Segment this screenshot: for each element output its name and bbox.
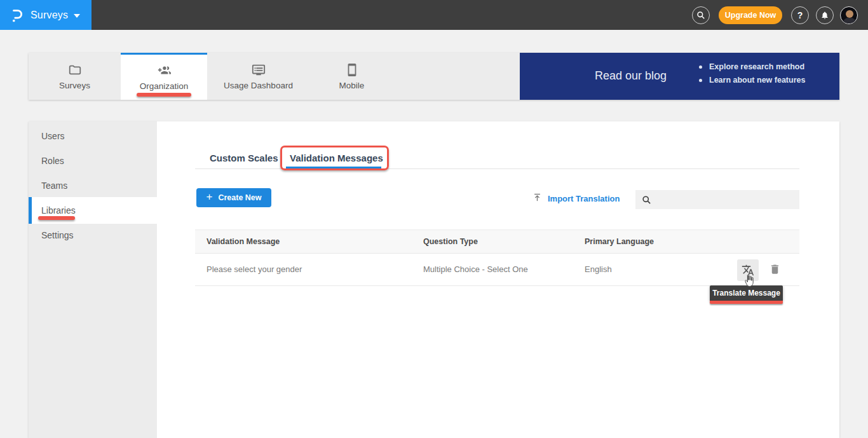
blog-bullet-item: Explore research method (699, 60, 805, 74)
sidebar-item-label: Users (41, 131, 65, 141)
tab-validation-messages[interactable]: Validation Messages (290, 153, 383, 163)
main-content-card: Users Roles Teams Libraries Settings Cus… (29, 121, 839, 438)
blog-promo-panel[interactable]: Read our blog Explore research method Le… (520, 53, 839, 100)
product-name: Surveys (31, 10, 68, 21)
folder-icon (68, 63, 82, 77)
tab-custom-scales[interactable]: Custom Scales (210, 153, 278, 163)
annotation-underline-tooltip (710, 301, 783, 304)
avatar-face (846, 10, 853, 18)
group-add-icon (156, 64, 172, 78)
sidebar-item-roles[interactable]: Roles (29, 148, 157, 173)
questionpro-logo-icon (10, 7, 24, 24)
top-bar: Surveys Upgrade Now ? (0, 0, 868, 30)
nav-tab-label: Mobile (339, 81, 365, 90)
user-avatar[interactable] (840, 6, 858, 24)
dashboard-icon (252, 63, 266, 77)
nav-tab-label: Organization (140, 81, 189, 91)
nav-tab-surveys[interactable]: Surveys (29, 53, 121, 100)
question-mark-icon: ? (797, 10, 803, 20)
settings-sidebar: Users Roles Teams Libraries Settings (29, 121, 157, 438)
sidebar-item-users[interactable]: Users (29, 123, 157, 148)
sidebar-item-label: Teams (41, 181, 67, 191)
translate-message-tooltip: Translate Message (710, 285, 783, 301)
column-header-question-type: Question Type (423, 237, 478, 246)
blog-panel-title: Read our blog (595, 69, 667, 83)
nav-tab-usage-dashboard[interactable]: Usage Dashboard (207, 53, 309, 100)
column-header-validation-message: Validation Message (207, 237, 280, 246)
help-button[interactable]: ? (791, 6, 809, 24)
sidebar-item-teams[interactable]: Teams (29, 173, 157, 198)
create-new-label: Create New (218, 193, 261, 202)
blog-bullet-item: Learn about new features (699, 74, 805, 87)
tabs-divider (195, 168, 799, 169)
plus-icon: + (206, 191, 212, 203)
validation-message-link[interactable]: Please select your gender (207, 264, 302, 274)
annotation-underline-organization (137, 93, 191, 97)
delete-message-button[interactable] (768, 263, 782, 277)
upgrade-now-button[interactable]: Upgrade Now (719, 6, 782, 24)
notifications-button[interactable] (816, 6, 834, 24)
blog-bullet-list: Explore research method Learn about new … (699, 60, 805, 87)
import-translation-button[interactable]: Import Translation (532, 193, 620, 204)
sidebar-item-label: Settings (41, 230, 74, 240)
sidebar-item-settings[interactable]: Settings (29, 222, 157, 247)
search-icon (696, 11, 705, 20)
active-tab-indicator (286, 167, 381, 168)
import-translation-label: Import Translation (548, 194, 620, 203)
upload-icon (532, 193, 542, 204)
create-new-button[interactable]: + Create New (196, 188, 271, 207)
smartphone-icon (345, 63, 359, 77)
translate-icon (742, 264, 754, 277)
table-search[interactable] (635, 190, 799, 209)
sidebar-item-label: Libraries (41, 205, 76, 216)
question-type-cell: Multiple Choice - Select One (423, 264, 528, 274)
annotation-underline-libraries (38, 216, 75, 220)
nav-tab-label: Usage Dashboard (224, 81, 293, 90)
nav-tab-mobile[interactable]: Mobile (309, 53, 394, 100)
product-switcher[interactable]: Surveys (0, 0, 92, 30)
table-header-row: Validation Message Question Type Primary… (195, 229, 799, 254)
search-icon (642, 195, 651, 205)
chevron-down-icon (74, 14, 80, 18)
column-header-primary-language: Primary Language (585, 237, 654, 246)
avatar-shoulders (843, 18, 856, 24)
bell-icon (820, 11, 829, 20)
sidebar-item-label: Roles (41, 156, 64, 166)
primary-language-cell: English (585, 264, 612, 274)
table-row: Please select your gender Multiple Choic… (195, 254, 799, 286)
nav-tab-label: Surveys (59, 81, 90, 90)
app-window: Surveys Upgrade Now ? (0, 0, 868, 438)
global-search-button[interactable] (692, 6, 710, 24)
translate-message-button[interactable] (737, 259, 759, 281)
workspace-nav: Surveys Organization Usage Dashboard (29, 53, 839, 100)
trash-icon (769, 263, 781, 275)
search-input[interactable] (656, 195, 793, 205)
